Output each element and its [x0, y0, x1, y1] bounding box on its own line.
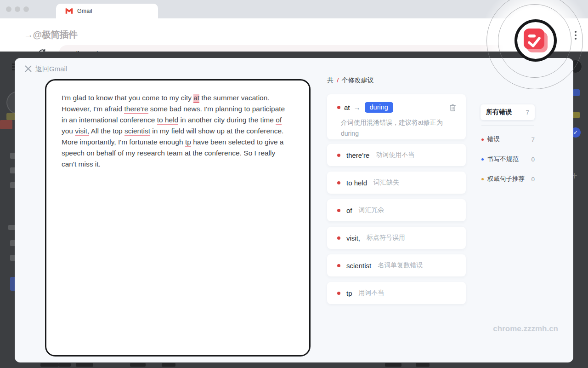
error-category: 用词不当 — [359, 289, 384, 297]
dimmed-footer-shape — [385, 363, 401, 367]
arrow-glyph: → — [354, 104, 361, 111]
suggestion-description: 介词使用混淆错误，建议将at修正为during — [341, 117, 457, 139]
extension-badge[interactable] — [514, 19, 557, 62]
red-dot-icon — [481, 138, 484, 141]
suggestion-card-active[interactable]: at → during 介词使用混淆错误，建议将at修正为during — [327, 94, 466, 139]
error-word[interactable]: tp — [185, 138, 191, 147]
error-word[interactable]: there're — [124, 105, 148, 114]
dimmed-footer-shape — [416, 363, 430, 367]
back-to-gmail-button[interactable]: 返回Gmail — [35, 65, 67, 74]
error-word[interactable]: visit, — [75, 127, 89, 136]
dimmed-addon-icon — [573, 112, 580, 118]
filter-errors[interactable]: 错误 7 — [481, 135, 536, 144]
error-category: 动词使用不当 — [376, 151, 414, 159]
dimmed-footer-shape — [130, 363, 146, 367]
dimmed-footer-shape — [40, 363, 59, 367]
close-icon[interactable] — [25, 65, 32, 74]
error-bullet — [337, 154, 340, 157]
browser-tab-gmail[interactable]: Gmail — [56, 4, 158, 18]
replacement-button[interactable]: during — [365, 102, 393, 113]
blue-dot-icon — [481, 158, 484, 161]
error-category: 词汇冗余 — [359, 206, 384, 214]
error-bullet — [337, 209, 340, 212]
suggestion-card[interactable]: to held 词汇缺失 — [327, 172, 466, 194]
gmail-favicon-icon — [65, 8, 73, 14]
filter-count: 7 — [526, 109, 529, 116]
filter-label: 书写不规范 — [487, 155, 519, 163]
error-word-label: of — [346, 207, 352, 214]
window-control-minimize[interactable] — [15, 6, 20, 12]
error-category: 名词单复数错误 — [378, 261, 423, 270]
error-bullet — [337, 264, 340, 267]
filter-divider — [481, 125, 534, 126]
filter-count: 0 — [531, 176, 535, 183]
filter-count: 0 — [531, 156, 535, 163]
essay-editor[interactable]: I'm glad to know that you come to my cit… — [45, 79, 311, 356]
dimmed-footer-shape — [162, 363, 175, 367]
suggestion-card[interactable]: tp 用词不当 — [327, 282, 466, 304]
suggestion-card[interactable]: there're 动词使用不当 — [327, 144, 466, 166]
filter-all-errors[interactable]: 所有错误 7 — [481, 104, 535, 120]
dimmed-addon-icon — [573, 89, 580, 96]
filter-writing-style[interactable]: 书写不规范 0 — [481, 155, 536, 164]
window-control-close[interactable] — [6, 6, 11, 12]
error-word-highlight[interactable]: at — [193, 94, 199, 103]
filter-sentence-recommend[interactable]: 权威句子推荐 0 — [481, 174, 536, 184]
filter-label: 错误 — [487, 135, 500, 144]
suggestions-count: 7 — [336, 76, 339, 84]
error-word-label: to held — [346, 179, 367, 187]
filter-count: 7 — [531, 136, 535, 143]
error-word-label: scientist — [346, 262, 371, 270]
dimmed-footer-shape — [76, 363, 93, 367]
error-word-label: tp — [346, 289, 352, 297]
error-bullet — [337, 106, 340, 109]
window-control-maximize[interactable] — [23, 6, 29, 12]
grammar-extension-icon — [522, 27, 549, 54]
dimmed-logo-shape — [0, 120, 12, 129]
suggestions-header: 共7个修改建议 — [327, 76, 374, 85]
toolbar-watermark: →@极简插件 — [24, 29, 78, 41]
filter-label: 权威句子推荐 — [487, 175, 525, 183]
error-bullet — [337, 181, 340, 184]
dimmed-footer-shape — [59, 363, 71, 367]
error-word-label: there're — [346, 151, 369, 159]
error-word[interactable]: of — [276, 116, 282, 125]
error-bullet — [337, 292, 340, 295]
suggestion-card[interactable]: of 词汇冗余 — [327, 199, 466, 221]
yellow-dot-icon — [481, 178, 484, 180]
tab-title: Gmail — [77, 8, 92, 14]
suggestion-card[interactable]: scientist 名词单复数错误 — [327, 254, 466, 276]
site-watermark: chrome.zzzmh.cn — [493, 324, 558, 334]
filter-label: 所有错误 — [486, 108, 512, 116]
error-word[interactable]: scientist — [124, 127, 150, 136]
error-bullet — [337, 236, 340, 240]
essay-text: I'm glad to know that you come to my cit… — [62, 92, 291, 170]
error-category: 标点符号误用 — [367, 234, 405, 242]
grammar-checker-panel: 返回Gmail I'm glad to know that you come t… — [15, 58, 573, 362]
original-word: at — [344, 104, 350, 111]
error-word-label: visit, — [346, 234, 360, 242]
error-word[interactable]: to held — [157, 116, 179, 125]
dismiss-trash-icon[interactable] — [449, 104, 457, 114]
error-category: 词汇缺失 — [373, 178, 399, 187]
suggestion-card[interactable]: visit, 标点符号误用 — [327, 227, 466, 249]
